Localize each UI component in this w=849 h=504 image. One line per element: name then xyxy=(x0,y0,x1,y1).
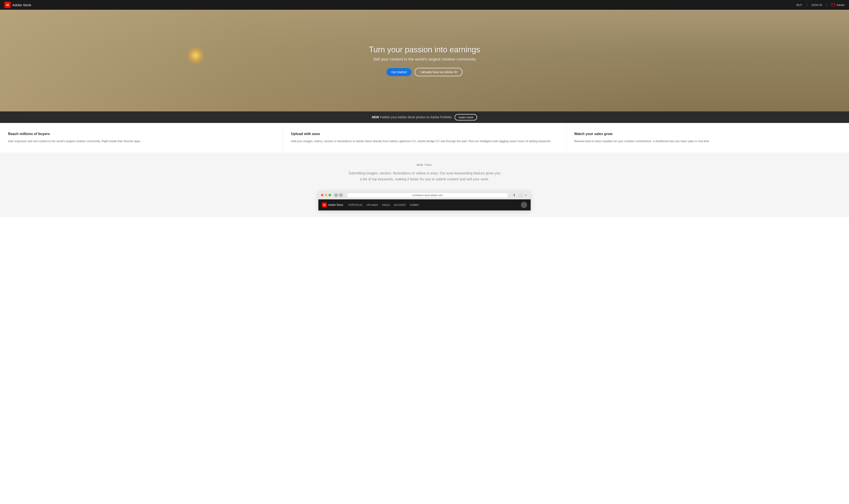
hero-content: Turn your passion into earnings Sell you… xyxy=(369,45,480,76)
new-tool-section: NEW TOOL Submitting images, vectors, ill… xyxy=(0,152,849,217)
hero-section: Turn your passion into earnings Sell you… xyxy=(0,10,849,111)
browser-url-text: contributor.stock.adobe.com xyxy=(412,194,443,197)
hero-subtitle: Sell your content to the world's largest… xyxy=(369,57,480,62)
feature-title-1: Reach millions of buyers xyxy=(8,132,275,136)
get-started-button[interactable]: Get started xyxy=(386,68,412,76)
brand-logo[interactable]: St Adobe Stock xyxy=(4,2,31,8)
feature-desc-3: Receive best-in-class royalties for your… xyxy=(574,139,841,144)
navbar: St Adobe Stock BUY SIGN IN Adobe xyxy=(0,0,849,10)
adobe-nav-item[interactable]: Adobe xyxy=(831,3,845,7)
browser-nav-portfolio[interactable]: PORTFOLIO xyxy=(348,203,362,206)
hero-buttons: Get started I already have an Adobe ID xyxy=(369,68,480,76)
browser-chrome: ‹ › contributor.stock.adobe.com ⬆ ⬜ + xyxy=(319,191,530,199)
browser-nav-account[interactable]: ACCOUNT xyxy=(394,203,406,206)
browser-dot-red[interactable] xyxy=(321,194,323,196)
brand-name: Adobe Stock xyxy=(12,3,31,7)
feature-desc-2: Add your images, videos, vectors or illu… xyxy=(291,139,558,144)
browser-dot-green[interactable] xyxy=(328,194,331,196)
browser-dot-yellow[interactable] xyxy=(325,194,327,196)
features-section: Reach millions of buyers Gain exposure a… xyxy=(0,123,849,152)
adobe-stock-icon: St xyxy=(4,2,11,8)
browser-nav-uploads[interactable]: UPLOADS xyxy=(366,203,378,206)
browser-new-tab-button[interactable]: + xyxy=(524,193,528,197)
new-badge: NEW xyxy=(372,115,379,119)
hero-title: Turn your passion into earnings xyxy=(369,45,480,54)
adobe-logo-icon xyxy=(831,3,835,7)
new-tool-label: NEW TOOL xyxy=(4,164,845,166)
signin-link[interactable]: SIGN IN xyxy=(811,3,822,7)
browser-nav-sales[interactable]: SALES xyxy=(382,203,390,206)
browser-nav-submit[interactable]: SUBMIT xyxy=(410,203,419,206)
feature-col-1: Reach millions of buyers Gain exposure a… xyxy=(0,123,283,152)
feature-desc-1: Gain exposure and sell content to the wo… xyxy=(8,139,275,144)
browser-adobe-stock-icon: St xyxy=(322,202,327,208)
browser-nav-buttons: ‹ › xyxy=(334,193,343,197)
notification-message: Publish your Adobe Stock photos on Adobe… xyxy=(380,115,452,119)
notification-banner: NEW Publish your Adobe Stock photos on A… xyxy=(0,111,849,123)
browser-body: St Adobe Stock PORTFOLIO UPLOADS SALES A… xyxy=(319,199,530,211)
adobe-id-button[interactable]: I already have an Adobe ID xyxy=(415,68,463,76)
learn-more-button[interactable]: Learn more xyxy=(455,114,477,121)
adobe-label: Adobe xyxy=(836,3,845,7)
hero-sun-glow xyxy=(187,47,204,64)
browser-user-avatar xyxy=(521,202,527,208)
buy-link[interactable]: BUY xyxy=(796,3,802,7)
new-tool-description: Submitting images, vectors, illustration… xyxy=(347,170,502,182)
browser-right xyxy=(521,202,527,208)
browser-brand-text: Adobe Stock xyxy=(328,203,343,206)
browser-forward-button[interactable]: › xyxy=(339,193,343,197)
browser-actions: ⬆ ⬜ + xyxy=(512,193,528,197)
feature-col-2: Upload with ease Add your images, videos… xyxy=(283,123,566,152)
navbar-right: BUY SIGN IN Adobe xyxy=(796,3,845,7)
browser-url-bar[interactable]: contributor.stock.adobe.com xyxy=(347,193,508,198)
notification-text: NEW Publish your Adobe Stock photos on A… xyxy=(372,115,452,119)
browser-share-button[interactable]: ⬆ xyxy=(512,193,517,197)
feature-col-3: Watch your sales grow Receive best-in-cl… xyxy=(566,123,849,152)
feature-title-2: Upload with ease xyxy=(291,132,558,136)
browser-nav-links: PORTFOLIO UPLOADS SALES ACCOUNT SUBMIT xyxy=(348,203,419,206)
browser-back-button[interactable]: ‹ xyxy=(334,193,338,197)
browser-bookmark-button[interactable]: ⬜ xyxy=(518,193,522,197)
feature-title-3: Watch your sales grow xyxy=(574,132,841,136)
browser-mockup: ‹ › contributor.stock.adobe.com ⬆ ⬜ + St… xyxy=(319,191,530,211)
browser-brand: St Adobe Stock xyxy=(322,202,343,208)
